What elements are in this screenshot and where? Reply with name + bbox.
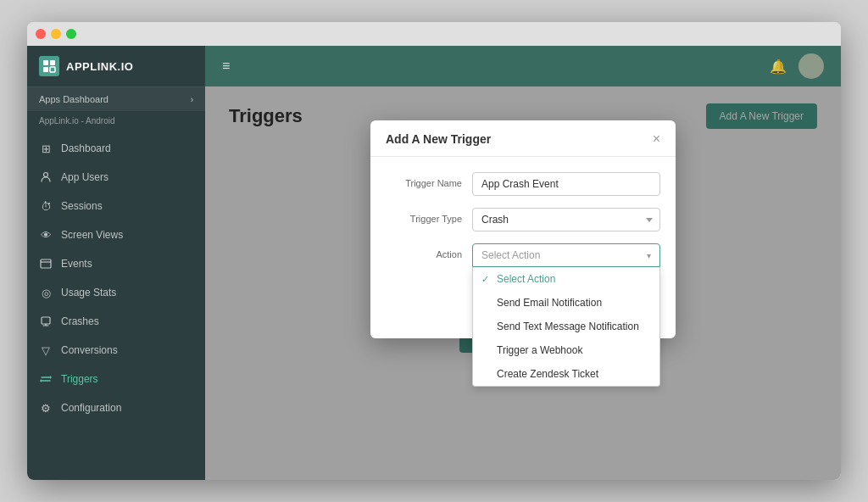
dashboard-icon: ⊞ — [39, 142, 53, 155]
svg-rect-5 — [41, 259, 51, 268]
action-option-webhook[interactable]: Trigger a Webhook — [473, 338, 659, 362]
action-option-email[interactable]: Send Email Notification — [473, 291, 659, 315]
trigger-type-select[interactable]: Crash — [472, 208, 660, 231]
sidebar-item-label: Triggers — [61, 373, 98, 385]
modal-close-button[interactable]: × — [653, 132, 660, 146]
sidebar-item-label: Sessions — [61, 200, 103, 212]
svg-rect-1 — [50, 60, 55, 65]
sidebar-item-dashboard[interactable]: ⊞ Dashboard — [27, 134, 205, 163]
sessions-icon: ⏱ — [39, 199, 53, 213]
chevron-right-icon: › — [191, 95, 193, 104]
trigger-name-input[interactable] — [472, 172, 660, 196]
sidebar-item-label: Screen Views — [61, 229, 123, 241]
chevron-down-icon: ▾ — [647, 251, 651, 260]
action-select-display[interactable]: Select Action ▾ — [472, 243, 660, 267]
sidebar-item-events[interactable]: Events — [27, 249, 205, 278]
topbar: ≡ 🔔 — [205, 46, 841, 86]
action-option-select-action[interactable]: ✓ Select Action — [473, 267, 659, 291]
sidebar-item-crashes[interactable]: Crashes — [27, 307, 205, 336]
sidebar: APPLINK.IO Apps Dashboard › AppLink.io -… — [27, 46, 205, 480]
trigger-name-row: Trigger Name — [386, 172, 660, 196]
maximize-button[interactable] — [66, 29, 76, 39]
action-input-wrapper: Select Action ▾ ✓ Select Action — [472, 243, 660, 267]
configuration-icon: ⚙ — [39, 401, 53, 415]
sidebar-item-screen-views[interactable]: 👁 Screen Views — [27, 220, 205, 249]
trigger-type-row: Trigger Type Crash — [386, 208, 660, 231]
sidebar-item-label: Dashboard — [61, 142, 111, 154]
events-icon — [39, 257, 53, 271]
add-trigger-modal: Add A New Trigger × Trigger Name Tri — [370, 120, 676, 338]
sidebar-nav: ⊞ Dashboard App Users ⏱ Sessions 👁 Scree… — [27, 131, 205, 480]
sidebar-item-sessions[interactable]: ⏱ Sessions — [27, 192, 205, 220]
sidebar-item-triggers[interactable]: Triggers — [27, 365, 205, 393]
action-label: Action — [386, 243, 462, 259]
window-frame: APPLINK.IO Apps Dashboard › AppLink.io -… — [27, 22, 841, 480]
svg-rect-2 — [43, 67, 48, 72]
sidebar-item-label: App Users — [61, 171, 108, 183]
action-option-zendesk[interactable]: Create Zendesk Ticket — [473, 362, 659, 386]
bell-icon[interactable]: 🔔 — [770, 59, 787, 75]
usage-stats-icon: ◎ — [39, 286, 53, 299]
sidebar-item-label: Usage Stats — [61, 287, 116, 298]
title-bar — [27, 22, 841, 46]
sidebar-item-configuration[interactable]: ⚙ Configuration — [27, 393, 205, 422]
conversions-icon: ▽ — [39, 343, 53, 357]
action-option-text[interactable]: Send Text Message Notification — [473, 315, 659, 338]
svg-rect-7 — [42, 317, 50, 324]
close-button[interactable] — [36, 29, 46, 39]
sidebar-item-label: Conversions — [61, 344, 118, 356]
svg-marker-11 — [40, 379, 42, 382]
action-dropdown-list: ✓ Select Action Send Email Notification — [472, 267, 660, 387]
modal-body: Trigger Name Trigger Type Crash — [370, 157, 676, 294]
app-users-icon — [39, 170, 53, 184]
apps-dashboard-link[interactable]: Apps Dashboard › — [27, 87, 205, 111]
modal-overlay: Add A New Trigger × Trigger Name Tri — [205, 86, 841, 480]
avatar[interactable] — [798, 53, 824, 79]
sidebar-logo: APPLINK.IO — [27, 46, 205, 87]
topbar-right: 🔔 — [770, 53, 824, 79]
sidebar-item-label: Configuration — [61, 402, 121, 414]
hamburger-icon[interactable]: ≡ — [222, 59, 230, 74]
modal-header: Add A New Trigger × — [370, 120, 676, 157]
sidebar-item-usage-stats[interactable]: ◎ Usage Stats — [27, 278, 205, 307]
sidebar-item-label: Crashes — [61, 315, 99, 327]
content-area: Triggers Add A New Trigger To view trigg… — [205, 86, 841, 480]
svg-rect-0 — [43, 60, 48, 65]
app-name: AppLink.io - Android — [27, 111, 205, 131]
app-layout: APPLINK.IO Apps Dashboard › AppLink.io -… — [27, 46, 841, 480]
triggers-icon — [39, 372, 53, 386]
screen-views-icon: 👁 — [39, 228, 53, 242]
action-placeholder: Select Action — [481, 249, 540, 261]
logo-icon — [39, 56, 59, 76]
svg-rect-3 — [50, 67, 55, 72]
minimize-button[interactable] — [51, 29, 61, 39]
trigger-name-label: Trigger Name — [386, 172, 462, 188]
sidebar-item-label: Events — [61, 258, 92, 270]
sidebar-item-conversions[interactable]: ▽ Conversions — [27, 336, 205, 365]
modal-title: Add A New Trigger — [386, 132, 491, 146]
sidebar-item-app-users[interactable]: App Users — [27, 163, 205, 192]
logo-text: APPLINK.IO — [66, 60, 133, 73]
action-row: Action Select Action ▾ ✓ — [386, 243, 660, 267]
svg-marker-10 — [50, 376, 52, 379]
checkmark-icon: ✓ — [481, 274, 492, 285]
apps-dashboard-label: Apps Dashboard — [39, 94, 108, 104]
svg-point-4 — [44, 173, 48, 177]
crashes-icon — [39, 315, 53, 328]
trigger-type-label: Trigger Type — [386, 208, 462, 224]
main-content: ≡ 🔔 Triggers Add A New Trigger — [205, 46, 841, 480]
